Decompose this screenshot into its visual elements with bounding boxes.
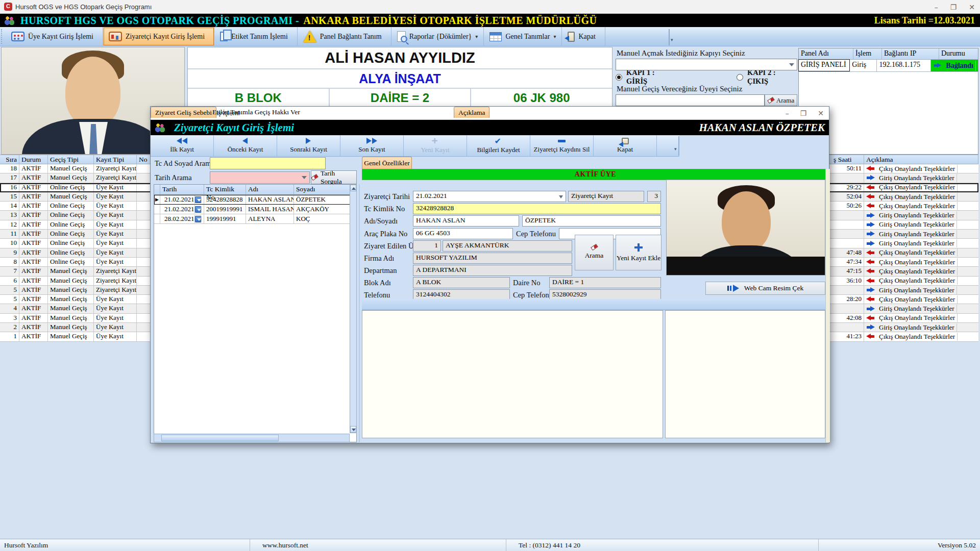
table-row[interactable]: Giriş Onaylandı Teşekkürler	[815, 230, 978, 239]
dialog-toolbar-button[interactable]: Kapat	[594, 135, 657, 156]
add-record-button[interactable]: Yeni Kayıt Ekle	[616, 235, 662, 270]
company-input[interactable]: HURSOFT YAZILIM	[413, 253, 572, 264]
table-row[interactable]: 9 AKTİF Online Geçiş Üye Kayıt	[0, 248, 151, 258]
col-header-adi[interactable]: Adı	[246, 185, 294, 194]
table-row[interactable]: 1 AKTİF Manuel Geçiş Üye Kayıt	[0, 332, 151, 341]
dialog-close-button[interactable]: ✕	[818, 109, 824, 117]
visitor-grid-row[interactable]: 21.02.2021 20019919991 ISMAIL HASAN AKÇA…	[154, 205, 356, 214]
toolbar-button[interactable]: Üye Kayıt Giriş İşlemi	[6, 27, 103, 46]
col-header-tarih[interactable]: Tarih	[160, 185, 204, 194]
department-input[interactable]: A DEPARTMANI	[413, 265, 572, 276]
tc-name-search-input[interactable]	[210, 157, 326, 169]
table-row[interactable]: Giriş Onaylandı Teşekkürler	[815, 304, 978, 313]
tab-visit-reason[interactable]: Ziyaret Geliş Sebebi	[151, 107, 216, 118]
toolbar-overflow-grip[interactable]	[669, 29, 674, 45]
table-row[interactable]: Giriş Onaylandı Teşekkürler	[815, 286, 978, 295]
table-row[interactable]: 13 AKTİF Online Geçiş Üye Kayıt	[0, 211, 151, 220]
plate-input[interactable]: 06 GG 4503	[413, 228, 513, 239]
table-row[interactable]: Giriş Onaylandı Teşekkürler	[815, 323, 978, 332]
dialog-toolbar-button[interactable]: Sonraki Kayıt	[277, 135, 340, 156]
toolbar-button[interactable]: Raporlar {Dökümler} ▾	[391, 27, 484, 46]
date-query-button[interactable]: Tarih Sorgula	[311, 170, 357, 184]
table-row[interactable]: Giriş Onaylandı Teşekkürler	[815, 220, 978, 230]
grid-horizontal-scrollbar[interactable]	[154, 434, 350, 442]
dialog-toolbar-grip[interactable]	[673, 136, 679, 156]
table-row[interactable]: 15 AKTİF Manuel Geçiş Üye Kayıt	[0, 192, 151, 202]
table-row[interactable]: 29:22 Çıkış Onaylandı Teşekkürler	[815, 183, 978, 192]
table-row[interactable]: 18 AKTİF Manuel Geçiş Ziyaretçi Kayıt	[0, 164, 151, 173]
toolbar-button[interactable]: Etiket Tanım İşlemi	[214, 27, 298, 46]
dialog-toolbar-button[interactable]: İlk Kayıt	[151, 135, 214, 156]
table-row[interactable]: 5 AKTİF Manuel Geçiş Ziyaretçi Kayıt	[0, 286, 151, 295]
visit-reason-panel[interactable]	[362, 310, 663, 438]
col-header-kayit[interactable]: Kayıt Tipi	[94, 155, 137, 164]
visitor-grid-row[interactable]: 28.02.2021 199919991 ALEYNA KOÇ	[154, 214, 356, 224]
table-row[interactable]: 42:08 Çıkış Onaylandı Teşekkürler	[815, 314, 978, 323]
table-row[interactable]: 7 AKTİF Manuel Geçiş Ziyaretçi Kayıt	[0, 267, 151, 276]
table-row[interactable]: 28:20 Çıkış Onaylandı Teşekkürler	[815, 295, 978, 304]
table-row[interactable]: 16 AKTİF Online Geçiş Üye Kayıt	[0, 183, 151, 192]
table-row[interactable]: 5 AKTİF Manuel Geçiş Üye Kayıt	[0, 295, 151, 304]
dialog-toolbar-button[interactable]: Ziyaretçi Kaydını Sil	[530, 135, 594, 156]
dialog-toolbar-button[interactable]: Son Kayıt	[340, 135, 404, 156]
tc-input[interactable]: 32428928828	[413, 203, 661, 214]
table-row[interactable]: 3 AKTİF Manuel Geçiş Üye Kayıt	[0, 314, 151, 323]
table-row[interactable]: 50:26 Çıkış Onaylandı Teşekkürler	[815, 202, 978, 211]
table-row[interactable]: Giriş Onaylandı Teşekkürler	[815, 211, 978, 220]
member-search-button[interactable]: Arama	[765, 94, 797, 106]
table-row[interactable]: 12 AKTİF Online Geçiş Üye Kayıt	[0, 220, 151, 230]
maximize-button[interactable]: ❐	[950, 3, 957, 11]
scroll-up-icon[interactable]	[350, 185, 356, 191]
toolbar-button[interactable]: Ziyaretçi Kayıt Giriş İşlemi	[103, 27, 214, 46]
table-row[interactable]: 4 AKTİF Manuel Geçiş Üye Kayıt	[0, 304, 151, 313]
table-row[interactable]: 10 AKTİF Online Geçiş Üye Kayıt	[0, 239, 151, 248]
door1-radio[interactable]	[616, 74, 622, 81]
dialog-toolbar-button[interactable]: Bilgileri Kaydet	[467, 135, 530, 156]
toolbar-button[interactable]: Kapat	[562, 27, 605, 46]
col-header-sira[interactable]: Sıra	[0, 155, 19, 164]
table-row[interactable]: 8 AKTİF Online Geçiş Üye Kayıt	[0, 258, 151, 267]
table-row[interactable]: 47:15 Çıkış Onaylandı Teşekkürler	[815, 267, 978, 276]
visitor-search-button[interactable]: Arama	[575, 235, 614, 270]
col-header-soyadi[interactable]: Soyadı	[294, 185, 343, 194]
col-header-tc[interactable]: Tc Kimlik No	[204, 185, 246, 194]
table-row[interactable]: 11 AKTİF Online Geçiş Üye Kayıt	[0, 230, 151, 239]
col-header-no[interactable]: No	[137, 155, 151, 164]
tab-general-properties[interactable]: Genel Özellikler	[362, 157, 412, 169]
dialog-maximize-button[interactable]: ❐	[800, 109, 807, 117]
dialog-toolbar-button[interactable]: Önceki Kayıt	[214, 135, 277, 156]
col-header-durum[interactable]: Durum	[19, 155, 48, 164]
table-row[interactable]: 52:04 Çıkış Onaylandı Teşekkürler	[815, 192, 978, 202]
table-row[interactable]: 6 AKTİF Manuel Geçiş Ziyaretçi Kayıt	[0, 277, 151, 286]
col-header-aciklama[interactable]: Açıklama	[864, 155, 978, 164]
toolbar-button[interactable]: Panel Bağlantı Tanım	[298, 27, 391, 46]
visitor-grid-row[interactable]: ▶ 21.02.2021 32428928828 HAKAN ASLAN ÖZP…	[154, 195, 356, 205]
panel-table-row[interactable]: GİRİŞ PANELİ Giriş 192.168.1.175 Bağland…	[799, 60, 978, 72]
tab-description[interactable]: Açıklama	[454, 107, 489, 118]
table-row[interactable]: 17 AKTİF Manuel Geçiş Ziyaretçi Kayıt	[0, 173, 151, 183]
table-row[interactable]: 50:11 Çıkış Onaylandı Teşekkürler	[815, 164, 978, 173]
table-row[interactable]: Giriş Onaylandı Teşekkürler	[815, 239, 978, 248]
table-row[interactable]: 36:10 Çıkış Onaylandı Teşekkürler	[815, 277, 978, 286]
description-panel[interactable]	[665, 310, 825, 438]
table-row[interactable]: 41:23 Çıkış Onaylandı Teşekkürler	[815, 332, 978, 341]
tab-tag-access[interactable]: Etiket Tanımla Geçiş Hakkı Ver	[208, 107, 304, 118]
minimize-button[interactable]: –	[935, 3, 938, 11]
last-name-input[interactable]: ÖZPETEK	[522, 215, 661, 227]
table-row[interactable]: 14 AKTİF Online Geçiş Üye Kayıt	[0, 202, 151, 211]
first-name-input[interactable]: HAKAN ASLAN	[413, 215, 519, 227]
member-search-input[interactable]	[616, 94, 765, 106]
dialog-toolbar-button[interactable]: Yeni Kayıt	[404, 135, 467, 156]
close-button[interactable]: ✕	[969, 3, 975, 11]
table-row[interactable]: 47:48 Çıkış Onaylandı Teşekkürler	[815, 248, 978, 258]
dialog-minimize-button[interactable]: –	[786, 109, 789, 117]
door2-radio[interactable]	[737, 74, 743, 81]
grid-vertical-scrollbar[interactable]	[350, 184, 357, 433]
table-row[interactable]: 2 AKTİF Manuel Geçiş Üye Kayıt	[0, 323, 151, 332]
toolbar-button[interactable]: Genel Tanımlar ▾	[484, 27, 562, 46]
date-search-combo[interactable]	[210, 171, 310, 184]
door-select-combo[interactable]	[616, 59, 797, 70]
table-row[interactable]: 47:34 Çıkış Onaylandı Teşekkürler	[815, 258, 978, 267]
visit-date-combo[interactable]: 21.02.2021	[413, 191, 566, 202]
table-row[interactable]: Giriş Onaylandı Teşekkürler	[815, 173, 978, 183]
